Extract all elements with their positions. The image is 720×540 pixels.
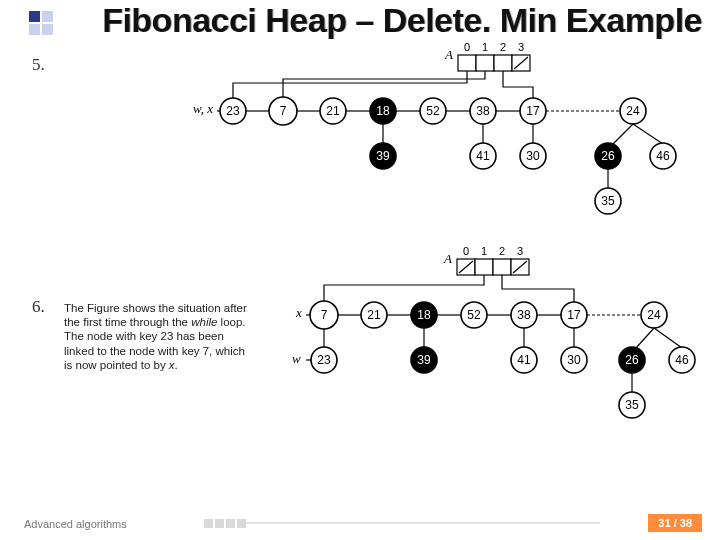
svg-text:21: 21: [367, 308, 381, 322]
svg-rect-59: [475, 259, 493, 275]
svg-rect-3: [42, 24, 53, 35]
w-label: w: [292, 351, 301, 366]
footer-dots-icon: [204, 519, 246, 528]
array-indices: 0 1 2 3: [464, 41, 524, 53]
svg-text:46: 46: [675, 353, 689, 367]
svg-text:52: 52: [467, 308, 481, 322]
svg-text:17: 17: [526, 104, 540, 118]
svg-text:41: 41: [476, 149, 490, 163]
wx-label: w, x: [193, 101, 213, 116]
svg-text:35: 35: [625, 398, 639, 412]
svg-text:1: 1: [481, 245, 487, 257]
svg-text:24: 24: [626, 104, 640, 118]
svg-text:30: 30: [526, 149, 540, 163]
svg-line-96: [636, 328, 654, 348]
svg-text:23: 23: [317, 353, 331, 367]
svg-text:0: 0: [463, 245, 469, 257]
svg-rect-9: [476, 55, 494, 71]
svg-text:39: 39: [376, 149, 390, 163]
svg-text:26: 26: [601, 149, 615, 163]
svg-text:38: 38: [476, 104, 490, 118]
svg-text:23: 23: [226, 104, 240, 118]
svg-text:18: 18: [376, 104, 390, 118]
svg-rect-10: [494, 55, 512, 71]
svg-text:0: 0: [464, 41, 470, 53]
svg-text:52: 52: [426, 104, 440, 118]
svg-text:38: 38: [517, 308, 531, 322]
svg-text:2: 2: [499, 245, 505, 257]
svg-text:35: 35: [601, 194, 615, 208]
svg-text:2: 2: [500, 41, 506, 53]
svg-rect-2: [29, 24, 40, 35]
figure-6: A 0 1 2 3 x 7 21 18 52 38 17 24 w 23 39 …: [284, 245, 704, 445]
svg-text:39: 39: [417, 353, 431, 367]
svg-text:3: 3: [517, 245, 523, 257]
svg-rect-0: [29, 11, 40, 22]
footer-label: Advanced algorithms: [24, 518, 127, 530]
svg-rect-8: [458, 55, 476, 71]
svg-text:21: 21: [326, 104, 340, 118]
svg-text:24: 24: [647, 308, 661, 322]
array-label: A: [444, 47, 453, 62]
array-label: A: [443, 251, 452, 266]
svg-rect-1: [42, 11, 53, 22]
page-number: 31 / 38: [648, 514, 702, 532]
svg-rect-60: [493, 259, 511, 275]
svg-line-45: [613, 124, 633, 144]
svg-line-97: [654, 328, 682, 348]
figure-5: A 0 1 2 3 w, x 23 7 21 18 52 38 17 24: [175, 41, 705, 236]
slide-title: Fibonacci Heap – Delete. Min Example: [62, 2, 710, 39]
array-indices: 0 1 2 3: [463, 245, 523, 257]
svg-text:30: 30: [567, 353, 581, 367]
step-5-number: 5.: [32, 55, 45, 75]
svg-text:3: 3: [518, 41, 524, 53]
bullet-icon: [28, 10, 56, 38]
svg-text:1: 1: [482, 41, 488, 53]
svg-text:41: 41: [517, 353, 531, 367]
svg-text:18: 18: [417, 308, 431, 322]
svg-text:7: 7: [280, 104, 287, 118]
svg-text:26: 26: [625, 353, 639, 367]
step-6-text: The Figure shows the situation after the…: [64, 301, 254, 373]
footer-rule: [246, 522, 600, 524]
x-label: x: [295, 305, 302, 320]
svg-text:7: 7: [321, 308, 328, 322]
step-6-number: 6.: [32, 297, 45, 317]
svg-text:17: 17: [567, 308, 581, 322]
svg-line-46: [633, 124, 663, 144]
footer: Advanced algorithms 31 / 38: [0, 512, 720, 532]
svg-text:46: 46: [656, 149, 670, 163]
